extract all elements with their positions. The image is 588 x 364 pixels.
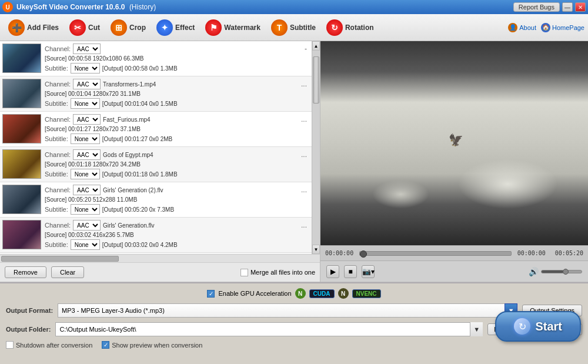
file-row-subtitle: Subtitle: None [Output] 00:00:58 0x0 1.3… [45,63,309,74]
clear-button[interactable]: Clear [51,266,84,278]
shutdown-checkbox[interactable] [6,341,14,349]
report-bugs-button[interactable]: Report Bugs [513,2,560,12]
subtitle-select[interactable]: None [71,169,100,179]
file-list-items[interactable]: Channel: AAC - [Source] 00:00:58 1920x10… [0,41,312,254]
output-info: [Output] 00:05:20 0x 7.3MB [102,206,174,213]
gpu-acceleration-row: ✓ Enable GPU Acceleration N CUDA N NVENC [6,288,582,299]
gpu-checkbox[interactable]: ✓ [207,290,215,298]
file-row-source: [Source] 00:03:02 416x236 5.7MB [45,232,309,238]
watermark-icon: ⚑ [205,19,222,36]
file-menu-button[interactable]: ... [299,221,309,229]
file-menu-button[interactable]: ... [299,151,309,159]
file-list-footer: Remove Clear Merge all files into one [0,262,320,282]
subtitle-button[interactable]: T Subtitle [266,17,320,38]
title-buttons: Report Bugs — ✕ [513,2,586,12]
vertical-scrollbar[interactable]: ▲ ▼ [312,41,320,254]
snapshot-button[interactable]: 📷▾ [362,265,375,278]
toolbar-right: 👤 About 🏠 HomePage [508,23,584,32]
horizontal-scrollbar[interactable] [0,254,320,262]
source-info: [Source] 00:01:27 1280x720 37.1MB [45,126,141,132]
homepage-link[interactable]: 🏠 HomePage [541,23,584,32]
volume-thumb[interactable] [563,269,569,275]
shutdown-option[interactable]: Shutdown after conversion [6,341,92,349]
file-menu-button[interactable]: ... [299,80,309,88]
stop-button[interactable]: ■ [344,265,357,278]
volume-slider[interactable] [541,270,582,273]
subtitle-select[interactable]: None [71,239,100,250]
watermark-button[interactable]: ⚑ Watermark [201,17,265,38]
channel-label: Channel: [45,151,71,158]
file-row-channel: Channel: AAC Girls' Generation.flv ... [45,220,309,231]
output-info: [Output] 00:03:02 0x0 4.2MB [102,242,178,248]
folder-input-container: ▼ [55,322,483,336]
file-menu-button[interactable]: ... [299,115,309,123]
about-link[interactable]: 👤 About [508,23,536,32]
channel-select[interactable]: AAC [73,149,101,160]
time-middle: 00:00:00 [517,250,546,256]
file-row-source: [Source] 00:01:18 1280x720 34.2MB [45,161,309,168]
list-item: Channel: AAC Gods of Egypt.mp4 ... [Sour… [0,147,312,182]
remove-button[interactable]: Remove [5,266,46,278]
folder-input[interactable] [55,322,483,336]
crop-button[interactable]: ⊞ Crop [106,17,151,38]
progress-bar[interactable] [359,251,511,256]
merge-checkbox[interactable] [240,269,248,276]
bottom-panel: ✓ Enable GPU Acceleration N CUDA N NVENC… [0,282,588,353]
hscroll-thumb[interactable] [1,256,119,262]
subtitle-select[interactable]: None [71,98,100,109]
play-button[interactable]: ▶ [326,265,339,278]
file-row-subtitle: Subtitle: None [Output] 00:05:20 0x 7.3M… [45,204,309,215]
app-title: UkeySoft Video Converter 10.6.0 (History… [16,3,156,11]
subtitle-select[interactable]: None [71,133,100,144]
source-info: [Source] 00:00:58 1920x1080 66.3MB [45,55,143,62]
preview-panel: 00:00:00 00:00:00 00:05:20 ▶ ■ 📷▾ 🔊 [320,41,588,282]
rotation-button[interactable]: ↻ Rotation [322,17,379,38]
channel-select[interactable]: AAC [73,79,101,89]
start-button[interactable]: ↻ Start [495,311,581,342]
file-menu-button[interactable]: - [302,45,309,53]
add-files-button[interactable]: ➕ Add Files [4,17,64,38]
subtitle-label: Subtitle: [45,171,68,178]
output-info: [Output] 00:01:04 0x0 1.5MB [102,101,178,107]
minimize-button[interactable]: — [562,2,573,12]
scroll-thumb[interactable] [313,56,319,103]
scroll-up-button[interactable]: ▲ [312,41,320,51]
toolbar: ➕ Add Files ✂ Cut ⊞ Crop ✦ Effect ⚑ Wate… [0,14,588,41]
cut-button[interactable]: ✂ Cut [65,17,105,38]
channel-select[interactable]: AAC [73,185,101,195]
options-row: Shutdown after conversion ✓ Show preview… [6,341,582,349]
channel-select[interactable]: AAC [73,220,101,231]
folder-dropdown-arrow[interactable]: ▼ [470,322,483,336]
channel-select[interactable]: AAC [73,114,101,125]
effect-button[interactable]: ✦ Effect [152,17,199,38]
cut-icon: ✂ [69,19,86,36]
about-icon: 👤 [508,23,517,32]
video-timebar: 00:00:00 00:00:00 00:05:20 [320,245,588,261]
main-content: Channel: AAC - [Source] 00:00:58 1920x10… [0,41,588,282]
subtitle-select[interactable]: None [71,204,100,215]
format-select[interactable]: MP3 - MPEG Layer-3 Audio (*.mp3) [58,303,517,318]
preview-checkbox[interactable]: ✓ [102,341,109,349]
channel-label: Channel: [45,116,71,123]
subtitle-label: Subtitle: [45,206,68,213]
list-item: Channel: AAC Transformers-1.mp4 ... [Sou… [0,76,312,112]
close-button[interactable]: ✕ [575,2,586,12]
title-left: U UkeySoft Video Converter 10.6.0 (Histo… [2,2,156,12]
channel-select[interactable]: AAC [73,44,101,54]
file-row-source: [Source] 00:00:58 1920x1080 66.3MB [45,55,309,62]
video-preview [320,41,588,245]
file-menu-button[interactable]: ... [299,186,309,194]
rotation-icon: ↻ [326,19,343,36]
preview-option[interactable]: ✓ Show preview when conversion [102,341,202,349]
filename: Transformers-1.mp4 [103,81,296,88]
nvenc-logo-icon: N [338,288,349,299]
file-row-channel: Channel: AAC Gods of Egypt.mp4 ... [45,149,309,160]
scroll-down-button[interactable]: ▼ [312,245,320,254]
subtitle-select[interactable]: None [71,63,100,74]
merge-checkbox-area[interactable]: Merge all files into one [240,269,315,276]
filename: Girls' Generation.flv [103,222,296,229]
progress-thumb[interactable] [360,251,367,258]
scroll-track[interactable] [312,51,320,245]
list-item: Channel: AAC Girls' Generation (2).flv .… [0,182,312,218]
subtitle-icon: T [271,19,288,36]
